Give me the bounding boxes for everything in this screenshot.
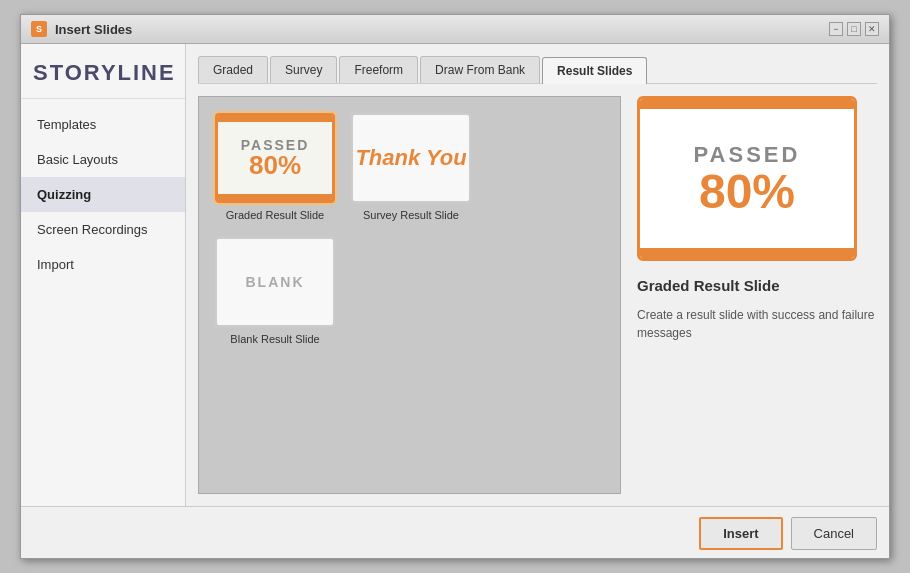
window-body: STORYLINE Templates Basic Layouts Quizzi… (21, 44, 889, 506)
blank-text: BLANK (246, 274, 305, 290)
sidebar-item-import[interactable]: Import (21, 247, 185, 282)
bottom-bar (218, 194, 332, 200)
title-bar-left: S Insert Slides (31, 21, 132, 37)
preview-top-bar (640, 99, 854, 109)
sidebar-nav: Templates Basic Layouts Quizzing Screen … (21, 99, 185, 506)
content-area: PASSED 80% Graded Result Slide Thank You… (198, 96, 877, 494)
preview-title: Graded Result Slide (637, 277, 877, 294)
title-bar: S Insert Slides − □ ✕ (21, 15, 889, 44)
cancel-button[interactable]: Cancel (791, 517, 877, 550)
slides-panel: PASSED 80% Graded Result Slide Thank You… (198, 96, 621, 494)
slide-thumb-survey-result: Thank You (351, 113, 471, 203)
slide-label-survey: Survey Result Slide (363, 209, 459, 221)
main-content: Graded Survey Freeform Draw From Bank Re… (186, 44, 889, 506)
preview-description: Create a result slide with success and f… (637, 306, 877, 342)
restore-button[interactable]: □ (847, 22, 861, 36)
sidebar: STORYLINE Templates Basic Layouts Quizzi… (21, 44, 186, 506)
minimize-button[interactable]: − (829, 22, 843, 36)
preview-bottom-bar (640, 248, 854, 258)
main-window: S Insert Slides − □ ✕ STORYLINE Template… (20, 14, 890, 559)
slide-item-blank-result[interactable]: BLANK Blank Result Slide (215, 237, 335, 345)
sidebar-item-screen-recordings[interactable]: Screen Recordings (21, 212, 185, 247)
sidebar-item-basic-layouts[interactable]: Basic Layouts (21, 142, 185, 177)
sidebar-item-quizzing[interactable]: Quizzing (21, 177, 185, 212)
slide-item-graded-result[interactable]: PASSED 80% Graded Result Slide (215, 113, 335, 221)
preview-passed-word: PASSED (694, 142, 801, 168)
close-button[interactable]: ✕ (865, 22, 879, 36)
footer: Insert Cancel (21, 506, 889, 558)
tab-draw-from-bank[interactable]: Draw From Bank (420, 56, 540, 83)
preview-percent: 80% (699, 168, 795, 216)
tab-result-slides[interactable]: Result Slides (542, 57, 647, 84)
sidebar-item-templates[interactable]: Templates (21, 107, 185, 142)
insert-button[interactable]: Insert (699, 517, 782, 550)
tab-graded[interactable]: Graded (198, 56, 268, 83)
slide-label-blank: Blank Result Slide (230, 333, 319, 345)
slide-thumb-graded-result: PASSED 80% (215, 113, 335, 203)
window-controls: − □ ✕ (829, 22, 879, 36)
window-title: Insert Slides (55, 22, 132, 37)
thankyou-text: Thank You (355, 145, 466, 171)
app-icon: S (31, 21, 47, 37)
tabs-row: Graded Survey Freeform Draw From Bank Re… (198, 56, 877, 84)
brand-logo: STORYLINE (21, 44, 185, 99)
tab-survey[interactable]: Survey (270, 56, 337, 83)
preview-thumb-large: PASSED 80% (637, 96, 857, 261)
tab-freeform[interactable]: Freeform (339, 56, 418, 83)
top-bar (218, 116, 332, 122)
slide-item-survey-result[interactable]: Thank You Survey Result Slide (351, 113, 471, 221)
slide-label-graded: Graded Result Slide (226, 209, 324, 221)
slide-thumb-blank-result: BLANK (215, 237, 335, 327)
preview-panel: PASSED 80% Graded Result Slide Create a … (637, 96, 877, 494)
passed-percent: 80% (249, 152, 301, 178)
